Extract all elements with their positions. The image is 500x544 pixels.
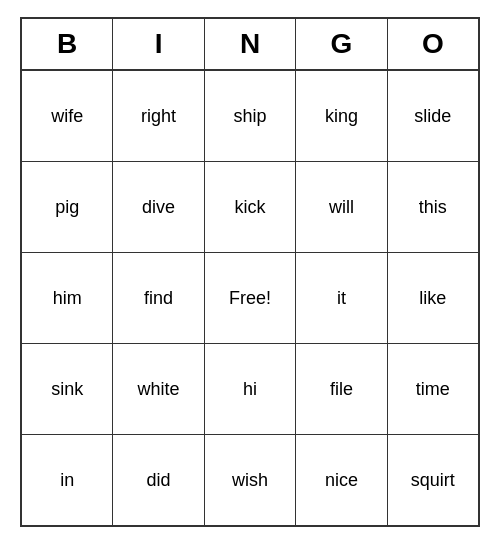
header-b: B — [22, 19, 113, 69]
bingo-row-1: wife right ship king slide — [22, 71, 478, 162]
cell-1-1: wife — [22, 71, 113, 161]
cell-5-3: wish — [205, 435, 296, 525]
header-g: G — [296, 19, 387, 69]
header-i: I — [113, 19, 204, 69]
bingo-row-4: sink white hi file time — [22, 344, 478, 435]
cell-1-5: slide — [388, 71, 478, 161]
cell-3-2: find — [113, 253, 204, 343]
cell-4-4: file — [296, 344, 387, 434]
cell-5-2: did — [113, 435, 204, 525]
cell-1-4: king — [296, 71, 387, 161]
cell-4-1: sink — [22, 344, 113, 434]
cell-5-4: nice — [296, 435, 387, 525]
bingo-card: B I N G O wife right ship king slide pig… — [20, 17, 480, 527]
cell-3-1: him — [22, 253, 113, 343]
cell-2-4: will — [296, 162, 387, 252]
header-o: O — [388, 19, 478, 69]
cell-1-2: right — [113, 71, 204, 161]
cell-3-4: it — [296, 253, 387, 343]
cell-2-1: pig — [22, 162, 113, 252]
cell-3-3-free: Free! — [205, 253, 296, 343]
cell-5-1: in — [22, 435, 113, 525]
cell-3-5: like — [388, 253, 478, 343]
cell-5-5: squirt — [388, 435, 478, 525]
cell-4-2: white — [113, 344, 204, 434]
cell-2-3: kick — [205, 162, 296, 252]
bingo-row-3: him find Free! it like — [22, 253, 478, 344]
bingo-row-5: in did wish nice squirt — [22, 435, 478, 525]
cell-2-2: dive — [113, 162, 204, 252]
cell-1-3: ship — [205, 71, 296, 161]
cell-2-5: this — [388, 162, 478, 252]
header-n: N — [205, 19, 296, 69]
bingo-row-2: pig dive kick will this — [22, 162, 478, 253]
cell-4-5: time — [388, 344, 478, 434]
cell-4-3: hi — [205, 344, 296, 434]
bingo-header-row: B I N G O — [22, 19, 478, 71]
